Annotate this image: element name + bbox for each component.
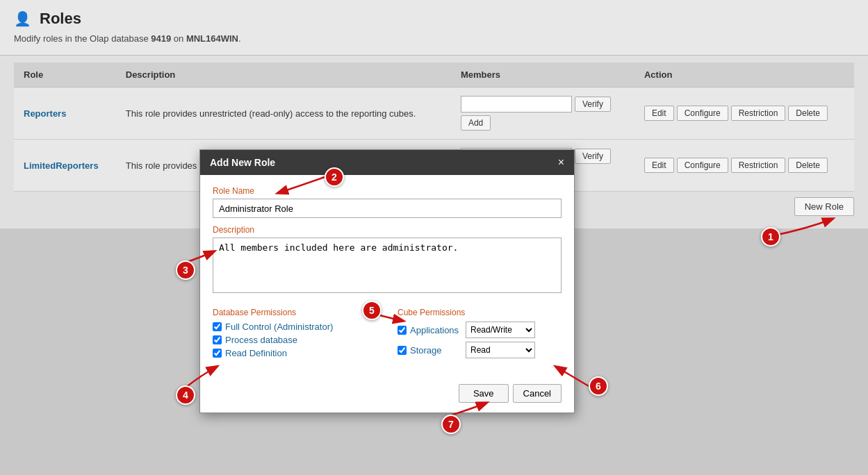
delete-button-reporters[interactable]: Delete bbox=[788, 106, 828, 121]
restriction-button-limitedreporters[interactable]: Restriction bbox=[731, 158, 786, 173]
modal-close-button[interactable]: × bbox=[558, 157, 564, 168]
table-row: Reporters This role provides unrestricte… bbox=[14, 88, 854, 140]
cube-permissions-label: Cube Permissions bbox=[398, 308, 562, 317]
perm-read-definition-label: Read Definition bbox=[225, 348, 287, 358]
verify-button-reporters[interactable]: Verify bbox=[575, 97, 611, 112]
edit-button-limitedreporters[interactable]: Edit bbox=[644, 158, 674, 173]
perm-read-definition: Read Definition bbox=[213, 348, 377, 358]
page-header: 👤 Roles Modify roles in the Olap databas… bbox=[0, 0, 868, 56]
add-button-reporters[interactable]: Add bbox=[461, 115, 491, 131]
perm-process-database-label: Process database bbox=[225, 335, 297, 345]
perm-read-definition-checkbox[interactable] bbox=[213, 349, 222, 358]
edit-button-reporters[interactable]: Edit bbox=[644, 106, 674, 121]
add-new-role-modal: Add New Role × Role Name Description All… bbox=[199, 149, 575, 413]
save-button[interactable]: Save bbox=[459, 384, 509, 403]
modal-footer: Save Cancel bbox=[200, 380, 574, 412]
delete-button-limitedreporters[interactable]: Delete bbox=[788, 158, 828, 173]
action-cell-reporters: Edit Configure Restriction Delete bbox=[634, 88, 854, 140]
cube-perm-applications: Applications Read/Write Read None bbox=[398, 322, 562, 338]
cube-perm-storage: Storage Read/Write Read None bbox=[398, 342, 562, 358]
annotation-7: 7 bbox=[441, 415, 461, 434]
role-name-reporters: Reporters bbox=[14, 88, 116, 140]
page-subtitle: Modify roles in the Olap database 9419 o… bbox=[14, 31, 854, 49]
annotation-4: 4 bbox=[176, 385, 195, 405]
annotation-1: 1 bbox=[761, 227, 780, 247]
members-input-reporters[interactable] bbox=[461, 96, 572, 112]
cube-permissions-col: Cube Permissions Applications Read/Write… bbox=[398, 308, 562, 362]
action-cell-limitedreporters: Edit Configure Restriction Delete bbox=[634, 140, 854, 192]
col-description: Description bbox=[116, 62, 451, 88]
members-cell-reporters: Verify Add bbox=[451, 88, 634, 140]
perm-full-control-label: Full Control (Administrator) bbox=[225, 322, 333, 332]
page-title: Roles bbox=[40, 10, 81, 28]
col-action: Action bbox=[634, 62, 854, 88]
role-name-input[interactable] bbox=[213, 199, 562, 218]
modal-body: Role Name Description All members includ… bbox=[200, 175, 574, 380]
role-name-limitedreporters: LimitedReporters bbox=[14, 140, 116, 192]
modal-title: Add New Role bbox=[210, 157, 275, 168]
perm-full-control-checkbox[interactable] bbox=[213, 322, 222, 331]
database-permissions-col: Database Permissions Full Control (Admin… bbox=[213, 308, 377, 362]
cube-perm-storage-checkbox[interactable] bbox=[398, 346, 407, 355]
cube-perm-applications-checkbox[interactable] bbox=[398, 326, 407, 335]
cancel-button[interactable]: Cancel bbox=[513, 384, 562, 403]
annotation-3: 3 bbox=[176, 260, 195, 280]
restriction-button-reporters[interactable]: Restriction bbox=[731, 106, 786, 121]
annotation-6: 6 bbox=[589, 376, 608, 396]
col-role: Role bbox=[14, 62, 116, 88]
col-members: Members bbox=[451, 62, 634, 88]
cube-perm-storage-select[interactable]: Read/Write Read None bbox=[466, 342, 535, 358]
new-role-button[interactable]: New Role bbox=[794, 197, 854, 216]
cube-perm-applications-select[interactable]: Read/Write Read None bbox=[466, 322, 535, 338]
role-description-reporters: This role provides unrestricted (read-on… bbox=[116, 88, 451, 140]
modal-header: Add New Role × bbox=[200, 150, 574, 175]
cube-perm-applications-label: Applications bbox=[398, 325, 460, 335]
verify-button-limitedreporters[interactable]: Verify bbox=[575, 149, 611, 164]
cube-perm-storage-label: Storage bbox=[398, 345, 460, 356]
db-permissions-label: Database Permissions bbox=[213, 308, 377, 317]
permissions-row: Database Permissions Full Control (Admin… bbox=[213, 308, 562, 362]
perm-process-database-checkbox[interactable] bbox=[213, 335, 222, 344]
perm-full-control: Full Control (Administrator) bbox=[213, 322, 377, 332]
configure-button-limitedreporters[interactable]: Configure bbox=[677, 158, 728, 173]
role-name-label: Role Name bbox=[213, 186, 562, 196]
description-label: Description bbox=[213, 225, 562, 235]
person-icon: 👤 bbox=[14, 10, 31, 27]
configure-button-reporters[interactable]: Configure bbox=[677, 106, 728, 121]
perm-process-database: Process database bbox=[213, 335, 377, 345]
description-textarea[interactable]: All members included here are administra… bbox=[213, 238, 562, 293]
